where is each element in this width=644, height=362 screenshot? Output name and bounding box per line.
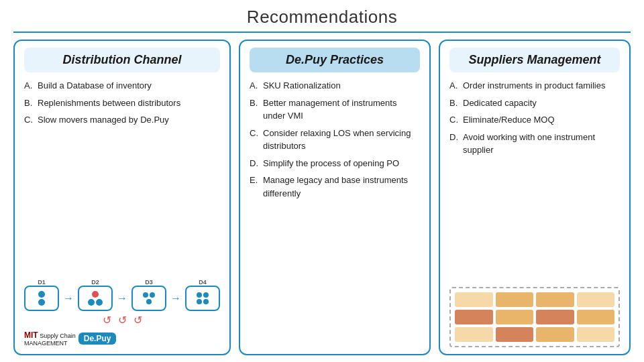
list-item: E. Manage legacy and base instruments di… <box>250 174 420 200</box>
d1-circle <box>38 291 45 298</box>
curved-arrow-1: ↺ <box>103 314 111 326</box>
grid-cell <box>536 310 574 324</box>
d3-box: D3 <box>131 286 166 311</box>
depuy-text-c: Consider relaxing LOS when servicing dis… <box>263 127 420 153</box>
d2-box: D2 <box>78 286 113 311</box>
title-area: Recommendations <box>13 7 631 33</box>
sup-label-a: A. <box>449 79 460 93</box>
grid-cell <box>536 327 574 342</box>
arrow-2: → <box>117 292 127 304</box>
grid-cell <box>496 327 534 342</box>
suppliers-grid <box>449 287 620 347</box>
distribution-content: A. Build a Database of inventory B. Repl… <box>24 79 220 282</box>
d4-box: D4 <box>185 286 220 311</box>
depuy-text-d: Simplify the process of opening PO <box>263 157 420 170</box>
list-item: A. Order instruments in product families <box>449 79 620 93</box>
logos-area: MIT Supply ChainMANAGEMENT De.Puy <box>24 330 220 347</box>
columns-container: Distribution Channel A. Build a Database… <box>13 40 631 355</box>
grid-cell <box>577 310 615 324</box>
d1-box: D1 <box>24 286 59 311</box>
grid-cell <box>455 327 493 342</box>
depuy-title: De.Puy Practices <box>286 53 384 66</box>
distribution-diagram: D1 → D2 → D3 <box>24 286 220 326</box>
suppliers-content: A. Order instruments in product families… <box>449 79 620 280</box>
grid-cell <box>455 310 493 324</box>
sup-label-d: D. <box>449 131 460 144</box>
item-text-c: Slow movers managed by De.Puy <box>38 113 220 127</box>
depuy-content: A. SKU Rationalization B. Better managem… <box>250 79 420 347</box>
d1-label: D1 <box>38 279 46 286</box>
depuy-text-b: Better management of instruments under V… <box>263 97 420 123</box>
d3-circle <box>143 292 148 298</box>
item-text-b: Replenishments between distributors <box>38 97 220 110</box>
grid-cell <box>455 292 493 307</box>
depuy-header: De.Puy Practices <box>250 48 420 72</box>
list-item: C. Eliminate/Reduce MOQ <box>449 113 620 127</box>
sup-text-c: Eliminate/Reduce MOQ <box>463 113 620 127</box>
depuy-label-b: B. <box>250 97 260 110</box>
suppliers-title: Suppliers Management <box>468 53 600 66</box>
depuy-text-e: Manage legacy and base instruments diffe… <box>263 174 420 200</box>
d1-circle2 <box>38 299 45 306</box>
d4-label: D4 <box>199 279 207 286</box>
distribution-title: Distribution Channel <box>63 53 182 66</box>
list-item: C. Consider relaxing LOS when servicing … <box>250 127 420 153</box>
distribution-column: Distribution Channel A. Build a Database… <box>13 40 231 355</box>
curved-arrows: ↺ ↺ ↺ <box>103 314 142 326</box>
suppliers-header: Suppliers Management <box>449 48 620 72</box>
sup-label-b: B. <box>449 97 460 110</box>
item-text-a: Build a Database of inventory <box>38 79 220 93</box>
list-item: B. Better management of instruments unde… <box>250 97 420 123</box>
d2-circle <box>92 291 99 298</box>
d4-circle <box>197 292 202 298</box>
list-item: B. Dedicated capacity <box>449 97 620 110</box>
grid-cell <box>577 327 615 342</box>
depuy-badge: De.Puy <box>78 333 117 345</box>
suppliers-column: Suppliers Management A. Order instrument… <box>439 40 631 355</box>
list-item: D. Simplify the process of opening PO <box>250 157 420 170</box>
d2-circle3 <box>96 299 103 306</box>
sup-text-a: Order instruments in product families <box>463 79 620 93</box>
d3-circle2 <box>150 292 155 298</box>
d4-circle2 <box>203 292 209 298</box>
depuy-label-e: E. <box>250 174 260 187</box>
item-label-c: C. <box>24 113 35 127</box>
arrow-3: → <box>170 292 181 304</box>
arrow-1: → <box>63 292 74 304</box>
d3-label: D3 <box>145 279 153 286</box>
list-item: A. SKU Rationalization <box>250 79 420 93</box>
list-item: A. Build a Database of inventory <box>24 79 220 93</box>
diagram-row: D1 → D2 → D3 <box>24 286 220 311</box>
list-item: D. Avoid working with one instrument sup… <box>449 131 620 157</box>
grid-cell <box>577 292 615 307</box>
sup-text-b: Dedicated capacity <box>463 97 620 110</box>
sup-label-c: C. <box>449 113 460 127</box>
d4-circle4 <box>203 299 209 304</box>
d2-circle2 <box>88 299 95 306</box>
page: Recommendations Distribution Channel A. … <box>0 0 644 362</box>
depuy-label-d: D. <box>250 157 260 170</box>
d3-circle3 <box>146 299 152 304</box>
d2-label: D2 <box>91 279 99 286</box>
item-label-a: A. <box>24 79 35 93</box>
page-title: Recommendations <box>247 7 397 27</box>
distribution-header: Distribution Channel <box>24 48 220 72</box>
depuy-label-a: A. <box>250 79 260 93</box>
grid-cell <box>496 310 534 324</box>
mit-logo: MIT Supply ChainMANAGEMENT <box>24 330 76 347</box>
depuy-text-a: SKU Rationalization <box>263 79 420 93</box>
curved-arrow-3: ↺ <box>133 314 142 326</box>
d4-circle3 <box>197 299 202 304</box>
curved-arrow-2: ↺ <box>118 314 127 326</box>
list-item: C. Slow movers managed by De.Puy <box>24 113 220 127</box>
list-item: B. Replenishments between distributors <box>24 97 220 110</box>
grid-cell <box>536 292 574 307</box>
item-label-b: B. <box>24 97 35 110</box>
sup-text-d: Avoid working with one instrument suppli… <box>463 131 620 157</box>
grid-cell <box>496 292 534 307</box>
depuy-column: De.Puy Practices A. SKU Rationalization … <box>239 40 431 355</box>
depuy-label-c: C. <box>250 127 260 140</box>
